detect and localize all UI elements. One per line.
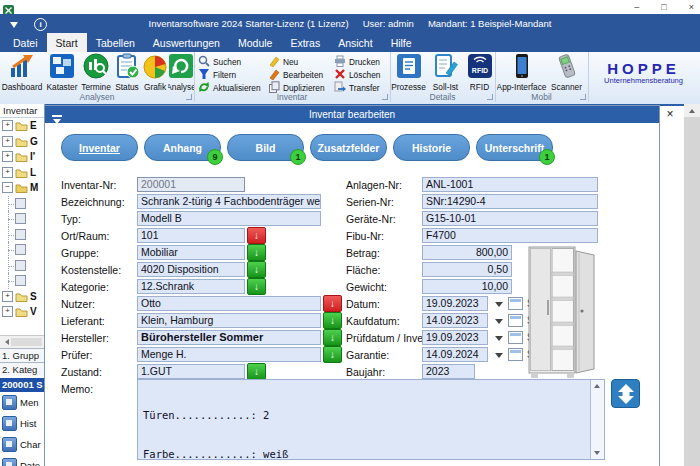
group-expander-icon[interactable]: [186, 94, 192, 100]
tree-node[interactable]: + S: [0, 289, 44, 305]
lookup-button-green[interactable]: ↓: [323, 312, 342, 329]
menu-hilfe[interactable]: Hilfe: [382, 33, 421, 52]
group-expander-icon[interactable]: [382, 94, 388, 100]
bearbeiten-button[interactable]: Bearbeiten: [268, 68, 334, 81]
close-button[interactable]: ×: [689, 0, 694, 14]
tree-node[interactable]: + I': [0, 149, 44, 165]
tree-child-item[interactable]: [0, 273, 44, 289]
tab-bild[interactable]: Bild1: [227, 134, 304, 161]
geraete-nr-input[interactable]: G15-10-01: [422, 211, 598, 226]
tree-child-item[interactable]: [0, 211, 44, 227]
expand-plus-icon[interactable]: +: [2, 120, 13, 131]
scroll-up-icon[interactable]: [684, 104, 700, 117]
tree-node-expanded[interactable]: − M: [0, 180, 44, 196]
typ-input[interactable]: Modell B: [137, 211, 321, 226]
sidebar-tab-kategorie[interactable]: 2. Kateg: [0, 362, 44, 376]
sidebar-tab-gruppe[interactable]: 1. Grupp: [0, 348, 44, 362]
record-navigate-button[interactable]: [611, 379, 640, 408]
group-expander-icon[interactable]: [487, 94, 493, 100]
zustand-input[interactable]: 1.GUT: [137, 364, 245, 379]
soll-ist-abgleich-button[interactable]: Soll-Ist Abgleich: [427, 52, 465, 92]
lookup-button-red[interactable]: ↓: [247, 227, 266, 244]
expand-plus-icon[interactable]: +: [2, 136, 13, 147]
lookup-button-green[interactable]: ↓: [247, 278, 266, 295]
menu-tabellen[interactable]: Tabellen: [87, 33, 144, 52]
garantie-input[interactable]: 14.09.2024: [422, 347, 488, 362]
lookup-button-green[interactable]: ↓: [247, 261, 266, 278]
vertical-scrollbar[interactable]: [684, 104, 700, 466]
kaufdatum-input[interactable]: 14.09.2023: [422, 313, 488, 328]
tree-node[interactable]: + V: [0, 304, 44, 320]
flaeche-input[interactable]: 0,50: [422, 262, 512, 277]
menu-start[interactable]: Start: [47, 33, 87, 52]
betrag-input[interactable]: 800,00: [422, 245, 512, 260]
analyse-button[interactable]: Analyse: [168, 52, 194, 92]
dialog-titlebar[interactable]: Inventar bearbeiten: [45, 106, 659, 123]
date-dropdown-icon[interactable]: [495, 302, 503, 311]
gruppe-input[interactable]: Mobiliar: [137, 245, 245, 260]
group-expander-icon[interactable]: [580, 94, 586, 100]
lieferant-input[interactable]: Klein, Hamburg: [137, 313, 321, 328]
datum-input[interactable]: 19.09.2023: [422, 296, 488, 311]
termine-fristen-button[interactable]: Termine Fristen: [80, 52, 112, 92]
expand-plus-icon[interactable]: +: [2, 167, 13, 178]
tree-node[interactable]: + E: [0, 118, 44, 134]
tab-historie[interactable]: Historie: [393, 134, 470, 161]
status-button[interactable]: Status: [112, 52, 142, 92]
maximize-button[interactable]: □: [661, 0, 666, 14]
scroll-up-icon[interactable]: [591, 380, 603, 391]
tab-inventar[interactable]: Inventar: [61, 134, 138, 161]
prozesse-button[interactable]: Prozesse: [391, 52, 427, 92]
kostenstelle-input[interactable]: 4020 Disposition: [137, 262, 245, 277]
minimize-button[interactable]: –: [634, 0, 639, 14]
menu-extras[interactable]: Extras: [281, 33, 329, 52]
kataster-button[interactable]: Kataster: [44, 52, 80, 92]
drucken-button[interactable]: Drucken: [334, 55, 388, 68]
tree-child-item[interactable]: [0, 258, 44, 274]
hersteller-input[interactable]: Bürohersteller Sommer: [137, 330, 321, 345]
tree-child-item[interactable]: [0, 227, 44, 243]
sidebar-list-item[interactable]: Hist: [0, 413, 44, 434]
menu-auswertungen[interactable]: Auswertungen: [144, 33, 229, 52]
fibu-nr-input[interactable]: F4700: [422, 228, 598, 243]
tab-zusatzfelder[interactable]: Zusatzfelder: [310, 134, 387, 161]
sidebar-list-item[interactable]: Men: [0, 392, 44, 413]
collapse-dialog-icon[interactable]: [52, 110, 62, 128]
memo-scrollbar[interactable]: [590, 380, 604, 459]
expand-plus-icon[interactable]: +: [2, 291, 13, 302]
baujahr-input[interactable]: 2023: [422, 364, 475, 379]
gewicht-input[interactable]: 10,00: [422, 279, 512, 294]
bezeichnung-input[interactable]: Schrank 2-türig 4 Fachbodenträger weiß: [137, 194, 321, 209]
selected-record-row[interactable]: 200001 S: [0, 378, 44, 392]
menu-datei[interactable]: Datei: [4, 33, 47, 52]
date-dropdown-icon[interactable]: [495, 319, 503, 328]
horizontal-scrollbar[interactable]: [0, 335, 44, 348]
pruefdatum-input[interactable]: 19.09.2023: [422, 330, 488, 345]
tree-child-item[interactable]: [0, 196, 44, 212]
serien-nr-input[interactable]: SNr:14290-4: [422, 194, 598, 209]
app-interface-button[interactable]: App-Interface: [497, 52, 547, 92]
tab-anhang[interactable]: Anhang9: [144, 134, 221, 161]
rfid-button[interactable]: RFID RFID: [465, 52, 495, 92]
pruefer-input[interactable]: Menge H.: [137, 347, 321, 362]
tab-unterschrift[interactable]: Unterschrift1: [476, 134, 553, 161]
suchen-button[interactable]: Suchen: [198, 55, 268, 68]
lookup-button-red[interactable]: ↓: [323, 295, 342, 312]
dashboard-button[interactable]: Dashboard: [0, 52, 44, 92]
filtern-button[interactable]: Filtern: [198, 68, 268, 81]
kategorie-input[interactable]: 12.Schrank: [137, 279, 245, 294]
lookup-button-green[interactable]: ↓: [247, 363, 266, 380]
menu-ansicht[interactable]: Ansicht: [329, 33, 381, 52]
tree-child-item[interactable]: [0, 242, 44, 258]
sidebar-list-item[interactable]: Char: [0, 434, 44, 455]
expand-plus-icon[interactable]: +: [2, 151, 13, 162]
lookup-button-green[interactable]: ↓: [323, 346, 342, 363]
loeschen-button[interactable]: Löschen: [334, 68, 388, 81]
date-dropdown-icon[interactable]: [495, 353, 503, 362]
menu-module[interactable]: Module: [229, 33, 281, 52]
collapse-minus-icon[interactable]: −: [2, 182, 13, 193]
dialog-close-button[interactable]: ×: [660, 106, 680, 122]
ort-raum-input[interactable]: 101: [137, 228, 245, 243]
tree-node[interactable]: + L: [0, 165, 44, 181]
scrollbar-track[interactable]: [11, 338, 42, 346]
